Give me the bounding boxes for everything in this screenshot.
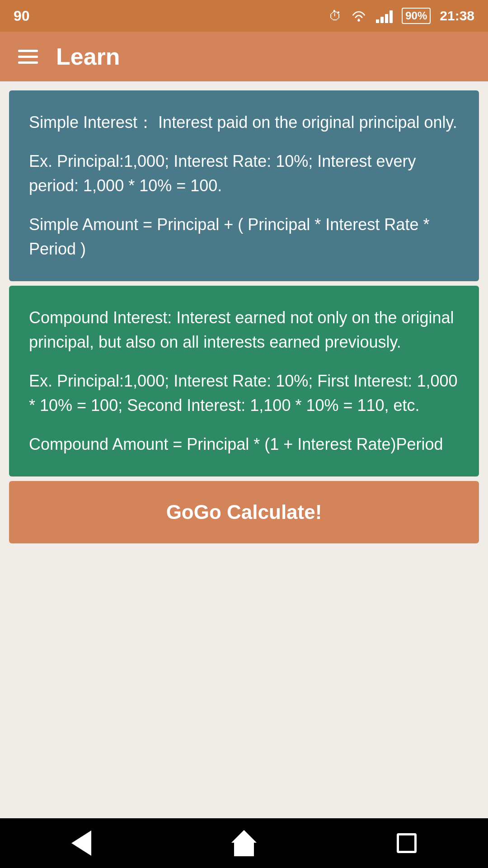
menu-button[interactable] <box>18 50 38 64</box>
back-button[interactable] <box>63 825 99 861</box>
status-time: 21:38 <box>440 8 474 24</box>
status-left-text: 90 <box>14 8 30 24</box>
bottom-nav <box>0 818 488 868</box>
status-bar: 90 ⏱ 90% 21:38 <box>0 0 488 32</box>
home-button[interactable] <box>226 825 262 861</box>
home-icon <box>231 830 257 856</box>
gogo-calculate-button[interactable]: GoGo Calculate! <box>9 481 479 543</box>
gogo-button-label: GoGo Calculate! <box>166 501 322 523</box>
compound-interest-example: Ex. Principal:1,000; Interest Rate: 10%;… <box>29 369 459 418</box>
hamburger-line-1 <box>18 50 38 52</box>
toolbar: Learn <box>0 32 488 81</box>
compound-interest-card: Compound Interest: Interest earned not o… <box>9 286 479 476</box>
simple-interest-card: Simple Interest： Interest paid on the or… <box>9 90 479 281</box>
battery-icon: 90% <box>402 8 431 24</box>
simple-interest-definition: Simple Interest： Interest paid on the or… <box>29 110 459 135</box>
status-icons: ⏱ 90% 21:38 <box>329 8 474 24</box>
signal-bars-icon <box>376 9 393 23</box>
main-content: Simple Interest： Interest paid on the or… <box>0 81 488 818</box>
recents-icon <box>397 833 417 853</box>
back-icon <box>71 830 91 856</box>
compound-interest-formula: Compound Amount = Principal * (1 + Inter… <box>29 432 459 457</box>
recents-button[interactable] <box>389 825 425 861</box>
compound-interest-definition: Compound Interest: Interest earned not o… <box>29 306 459 354</box>
svg-point-0 <box>358 19 360 21</box>
alarm-icon: ⏱ <box>329 9 342 24</box>
page-title: Learn <box>56 43 120 70</box>
simple-interest-example: Ex. Principal:1,000; Interest Rate: 10%;… <box>29 149 459 198</box>
wifi-icon <box>351 8 367 24</box>
simple-interest-formula: Simple Amount = Principal + ( Principal … <box>29 212 459 261</box>
hamburger-line-2 <box>18 56 38 58</box>
hamburger-line-3 <box>18 61 38 64</box>
